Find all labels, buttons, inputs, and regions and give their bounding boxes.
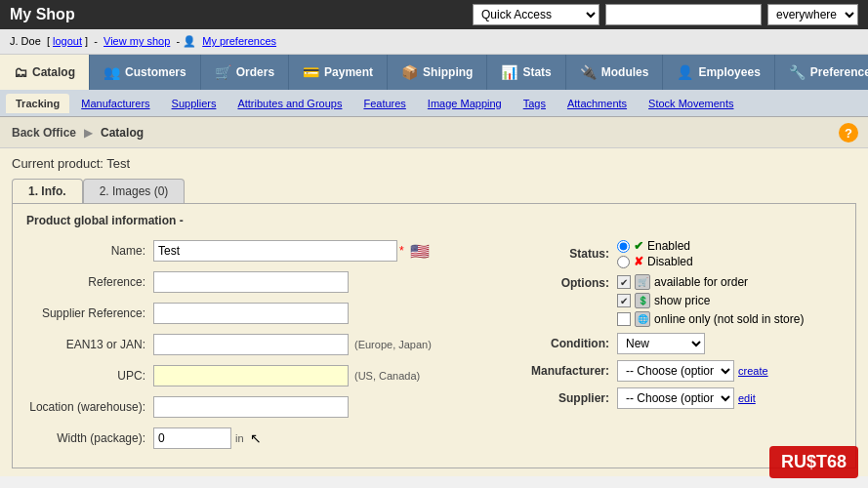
nav-customers[interactable]: 👥 Customers <box>90 55 201 90</box>
name-input[interactable] <box>153 240 397 262</box>
supplier-row: Supplier: -- Choose (optional) -- edit <box>529 387 842 409</box>
option-order: ✔ 🛒 available for order <box>617 274 804 290</box>
app-title: My Shop <box>10 6 75 23</box>
price-checkbox[interactable]: ✔ <box>617 294 631 307</box>
top-right-controls: Quick Access everywhere <box>473 4 858 25</box>
view-shop-link[interactable]: View my shop <box>103 35 170 47</box>
breadcrumb-sep: ▶ <box>84 126 93 140</box>
ean13-note: (Europe, Japan) <box>354 339 432 350</box>
customers-icon: 👥 <box>103 64 120 80</box>
condition-select[interactable]: New Used Refurbished <box>617 333 705 354</box>
form-right: Status: ✔ Enabled ✘ Disabled <box>529 239 842 458</box>
form-section-title: Product global information - <box>26 214 842 227</box>
ean13-input[interactable] <box>153 334 349 355</box>
supplier-ref-row: Supplier Reference: <box>26 302 510 325</box>
upc-label: UPC: <box>26 369 153 383</box>
my-preferences-link[interactable]: My preferences <box>202 35 276 47</box>
product-tabs: 1. Info. 2. Images (0) <box>12 179 856 203</box>
nav-catalog[interactable]: 🗂 Catalog <box>0 55 90 90</box>
option-price: ✔ 💲 show price <box>617 293 804 308</box>
quick-access-select[interactable]: Quick Access <box>473 4 599 25</box>
option-order-label: available for order <box>654 275 748 289</box>
tab-images[interactable]: 2. Images (0) <box>83 179 186 203</box>
status-disabled-radio[interactable] <box>617 256 630 268</box>
help-icon[interactable]: ? <box>839 123 858 142</box>
breadcrumb-catalog: Catalog <box>101 126 144 140</box>
reference-row: Reference: <box>26 270 510 294</box>
nav-modules-label: Modules <box>601 65 649 79</box>
subnav-stock-movements[interactable]: Stock Movements <box>639 94 743 113</box>
form-layout: Name: * 🇺🇸 Reference: Supplier Reference… <box>26 239 842 458</box>
subnav-features[interactable]: Features <box>353 94 415 113</box>
nav-preferences[interactable]: 🔧 Preferences <box>775 55 868 90</box>
user-name: J. Doe <box>10 35 41 47</box>
nav-shipping[interactable]: 📦 Shipping <box>388 55 487 90</box>
subnav-attachments[interactable]: Attachments <box>558 94 637 113</box>
subnav-tracking[interactable]: Tracking <box>6 94 69 113</box>
logout-link[interactable]: logout <box>53 35 82 47</box>
options-list: ✔ 🛒 available for order ✔ 💲 show price 🌐 <box>617 274 804 327</box>
width-label: Width (package): <box>26 431 153 445</box>
condition-label: Condition: <box>529 337 617 350</box>
subnav-tags[interactable]: Tags <box>514 94 556 113</box>
cursor-pointer: ↖ <box>250 430 262 446</box>
sub-nav: Tracking Manufacturers Suppliers Attribu… <box>0 90 868 117</box>
status-enabled-label: Enabled <box>647 239 690 253</box>
location-label: Location (warehouse): <box>26 400 153 414</box>
stats-icon: 📊 <box>501 64 517 80</box>
form-left: Name: * 🇺🇸 Reference: Supplier Reference… <box>26 239 510 458</box>
options-row: Options: ✔ 🛒 available for order ✔ 💲 sho… <box>529 274 842 327</box>
width-input[interactable] <box>153 427 231 449</box>
option-online-label: online only (not sold in store) <box>654 312 804 326</box>
location-input[interactable] <box>153 396 349 418</box>
status-enabled-radio[interactable] <box>617 240 630 253</box>
tab-info[interactable]: 1. Info. <box>12 179 83 203</box>
main-nav: 🗂 Catalog 👥 Customers 🛒 Orders 💳 Payment… <box>0 55 868 90</box>
content-area: Current product: Test 1. Info. 2. Images… <box>0 148 868 476</box>
search-input[interactable] <box>605 4 762 25</box>
condition-row: Condition: New Used Refurbished <box>529 333 842 354</box>
supplier-label: Supplier: <box>529 391 617 405</box>
manufacturer-select[interactable]: -- Choose (optional) -- <box>617 360 734 382</box>
edit-supplier-link[interactable]: edit <box>738 392 756 404</box>
reference-input[interactable] <box>153 271 349 293</box>
width-unit: in <box>235 432 244 444</box>
supplier-ref-input[interactable] <box>153 303 349 324</box>
nav-payment[interactable]: 💳 Payment <box>289 55 388 90</box>
watermark: RU$T68 <box>769 446 858 478</box>
location-row: Location (warehouse): <box>26 395 510 419</box>
nav-stats[interactable]: 📊 Stats <box>487 55 565 90</box>
create-manufacturer-link[interactable]: create <box>738 365 768 377</box>
status-label: Status: <box>529 247 617 261</box>
manufacturer-row: Manufacturer: -- Choose (optional) -- cr… <box>529 360 842 382</box>
status-enabled-opt: ✔ Enabled <box>617 239 693 253</box>
form-panel: Product global information - Name: * 🇺🇸 … <box>12 203 856 468</box>
quick-access-wrapper: Quick Access <box>473 4 599 25</box>
manufacturer-label: Manufacturer: <box>529 364 617 378</box>
nav-payment-label: Payment <box>324 65 373 79</box>
subnav-attributes[interactable]: Attributes and Groups <box>227 94 351 113</box>
search-scope-select[interactable]: everywhere <box>767 4 858 25</box>
order-checkbox[interactable]: ✔ <box>617 275 631 289</box>
price-img: 💲 <box>635 293 650 308</box>
breadcrumb-back-office: Back Office <box>12 126 76 140</box>
upc-input[interactable] <box>153 365 349 386</box>
supplier-controls: -- Choose (optional) -- edit <box>617 387 756 409</box>
ean13-row: EAN13 or JAN: (Europe, Japan) <box>26 333 510 356</box>
online-checkbox[interactable] <box>617 312 631 326</box>
subnav-image-mapping[interactable]: Image Mapping <box>418 94 512 113</box>
nav-employees[interactable]: 👤 Employees <box>663 55 774 90</box>
supplier-select[interactable]: -- Choose (optional) -- <box>617 387 734 409</box>
required-star: * <box>399 244 404 258</box>
orders-icon: 🛒 <box>215 64 231 80</box>
status-row: Status: ✔ Enabled ✘ Disabled <box>529 239 842 268</box>
subnav-manufacturers[interactable]: Manufacturers <box>71 94 159 113</box>
nav-orders[interactable]: 🛒 Orders <box>201 55 289 90</box>
subnav-suppliers[interactable]: Suppliers <box>162 94 227 113</box>
nav-modules[interactable]: 🔌 Modules <box>566 55 664 90</box>
modules-icon: 🔌 <box>580 64 597 80</box>
disabled-check: ✘ <box>634 255 643 268</box>
upc-note: (US, Canada) <box>354 370 420 382</box>
name-label: Name: <box>26 244 153 258</box>
upc-row: UPC: (US, Canada) <box>26 364 510 387</box>
